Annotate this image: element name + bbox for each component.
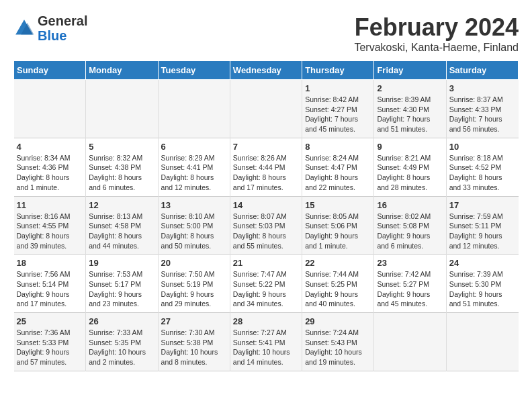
calendar-cell: 28Sunrise: 7:27 AM Sunset: 5:41 PM Dayli…	[230, 313, 302, 371]
week-row-4: 18Sunrise: 7:56 AM Sunset: 5:14 PM Dayli…	[14, 255, 519, 313]
calendar-cell	[230, 80, 302, 138]
day-info: Sunrise: 7:27 AM Sunset: 5:41 PM Dayligh…	[233, 328, 299, 367]
column-header-thursday: Thursday	[302, 61, 374, 80]
calendar-cell: 13Sunrise: 8:10 AM Sunset: 5:00 PM Dayli…	[158, 196, 230, 255]
day-info: Sunrise: 8:39 AM Sunset: 4:30 PM Dayligh…	[377, 95, 443, 134]
day-number: 2	[377, 83, 443, 93]
column-header-tuesday: Tuesday	[158, 61, 230, 80]
calendar-table: SundayMondayTuesdayWednesdayThursdayFrid…	[13, 60, 519, 371]
subtitle: Tervakoski, Kanta-Haeme, Finland	[354, 42, 519, 54]
calendar-cell: 18Sunrise: 7:56 AM Sunset: 5:14 PM Dayli…	[14, 255, 86, 313]
calendar-cell: 15Sunrise: 8:05 AM Sunset: 5:06 PM Dayli…	[302, 196, 374, 255]
calendar-cell: 22Sunrise: 7:44 AM Sunset: 5:25 PM Dayli…	[302, 255, 374, 313]
day-number: 20	[161, 258, 227, 268]
day-info: Sunrise: 8:16 AM Sunset: 4:55 PM Dayligh…	[17, 212, 83, 251]
day-number: 22	[305, 258, 371, 268]
day-number: 28	[233, 316, 299, 326]
day-info: Sunrise: 7:39 AM Sunset: 5:30 PM Dayligh…	[449, 269, 516, 309]
calendar-cell: 10Sunrise: 8:18 AM Sunset: 4:52 PM Dayli…	[446, 138, 518, 196]
day-info: Sunrise: 7:36 AM Sunset: 5:33 PM Dayligh…	[17, 328, 83, 367]
day-info: Sunrise: 8:18 AM Sunset: 4:52 PM Dayligh…	[449, 153, 516, 193]
day-number: 26	[89, 316, 154, 326]
calendar-cell: 25Sunrise: 7:36 AM Sunset: 5:33 PM Dayli…	[14, 313, 86, 371]
day-info: Sunrise: 7:44 AM Sunset: 5:25 PM Dayligh…	[305, 269, 371, 309]
calendar-cell: 24Sunrise: 7:39 AM Sunset: 5:30 PM Dayli…	[446, 255, 518, 313]
day-number: 5	[89, 142, 154, 152]
day-number: 17	[449, 200, 516, 210]
calendar-header-row: SundayMondayTuesdayWednesdayThursdayFrid…	[14, 61, 519, 80]
day-number: 10	[449, 142, 516, 152]
main-title: February 2024	[354, 13, 519, 42]
day-number: 19	[89, 258, 154, 268]
day-info: Sunrise: 7:53 AM Sunset: 5:17 PM Dayligh…	[89, 269, 154, 309]
day-info: Sunrise: 8:05 AM Sunset: 5:06 PM Dayligh…	[305, 212, 371, 251]
calendar-cell: 7Sunrise: 8:26 AM Sunset: 4:44 PM Daylig…	[230, 138, 302, 196]
day-number: 6	[161, 142, 227, 152]
calendar-cell: 26Sunrise: 7:33 AM Sunset: 5:35 PM Dayli…	[86, 313, 158, 371]
calendar-cell: 17Sunrise: 7:59 AM Sunset: 5:11 PM Dayli…	[446, 196, 518, 255]
calendar-cell: 29Sunrise: 7:24 AM Sunset: 5:43 PM Dayli…	[302, 313, 374, 371]
calendar-cell	[446, 313, 518, 371]
calendar-cell: 14Sunrise: 8:07 AM Sunset: 5:03 PM Dayli…	[230, 196, 302, 255]
calendar-cell: 6Sunrise: 8:29 AM Sunset: 4:41 PM Daylig…	[158, 138, 230, 196]
day-number: 3	[449, 83, 516, 93]
day-info: Sunrise: 7:50 AM Sunset: 5:19 PM Dayligh…	[161, 269, 227, 309]
logo-icon	[13, 17, 35, 39]
calendar-cell: 20Sunrise: 7:50 AM Sunset: 5:19 PM Dayli…	[158, 255, 230, 313]
calendar-cell: 11Sunrise: 8:16 AM Sunset: 4:55 PM Dayli…	[14, 196, 86, 255]
calendar-cell: 4Sunrise: 8:34 AM Sunset: 4:36 PM Daylig…	[14, 138, 86, 196]
logo: General Blue	[13, 13, 87, 43]
week-row-3: 11Sunrise: 8:16 AM Sunset: 4:55 PM Dayli…	[14, 196, 519, 255]
day-info: Sunrise: 7:47 AM Sunset: 5:22 PM Dayligh…	[233, 269, 299, 309]
day-info: Sunrise: 8:02 AM Sunset: 5:08 PM Dayligh…	[377, 212, 443, 251]
day-number: 13	[161, 200, 227, 210]
page-header: General Blue February 2024 Tervakoski, K…	[13, 13, 519, 54]
day-number: 9	[377, 142, 443, 152]
calendar-cell	[86, 80, 158, 138]
week-row-2: 4Sunrise: 8:34 AM Sunset: 4:36 PM Daylig…	[14, 138, 519, 196]
day-info: Sunrise: 8:21 AM Sunset: 4:49 PM Dayligh…	[377, 153, 443, 193]
day-info: Sunrise: 8:13 AM Sunset: 4:58 PM Dayligh…	[89, 212, 154, 251]
calendar-cell: 19Sunrise: 7:53 AM Sunset: 5:17 PM Dayli…	[86, 255, 158, 313]
calendar-cell: 23Sunrise: 7:42 AM Sunset: 5:27 PM Dayli…	[374, 255, 446, 313]
day-info: Sunrise: 8:10 AM Sunset: 5:00 PM Dayligh…	[161, 212, 227, 251]
logo-text: General Blue	[38, 13, 87, 43]
day-info: Sunrise: 8:42 AM Sunset: 4:27 PM Dayligh…	[305, 95, 371, 134]
day-info: Sunrise: 7:59 AM Sunset: 5:11 PM Dayligh…	[449, 212, 516, 251]
calendar-cell	[374, 313, 446, 371]
calendar-cell: 5Sunrise: 8:32 AM Sunset: 4:38 PM Daylig…	[86, 138, 158, 196]
day-info: Sunrise: 8:26 AM Sunset: 4:44 PM Dayligh…	[233, 153, 299, 193]
calendar-cell	[158, 80, 230, 138]
week-row-1: 1Sunrise: 8:42 AM Sunset: 4:27 PM Daylig…	[14, 80, 519, 138]
day-info: Sunrise: 8:32 AM Sunset: 4:38 PM Dayligh…	[89, 153, 154, 193]
title-block: February 2024 Tervakoski, Kanta-Haeme, F…	[354, 13, 519, 54]
calendar-cell: 8Sunrise: 8:24 AM Sunset: 4:47 PM Daylig…	[302, 138, 374, 196]
day-number: 27	[161, 316, 227, 326]
day-info: Sunrise: 7:42 AM Sunset: 5:27 PM Dayligh…	[377, 269, 443, 309]
day-number: 25	[17, 316, 83, 326]
calendar-cell: 1Sunrise: 8:42 AM Sunset: 4:27 PM Daylig…	[302, 80, 374, 138]
day-number: 4	[17, 142, 83, 152]
day-number: 21	[233, 258, 299, 268]
column-header-wednesday: Wednesday	[230, 61, 302, 80]
day-number: 16	[377, 200, 443, 210]
calendar-cell: 2Sunrise: 8:39 AM Sunset: 4:30 PM Daylig…	[374, 80, 446, 138]
day-number: 14	[233, 200, 299, 210]
day-number: 12	[89, 200, 154, 210]
day-number: 23	[377, 258, 443, 268]
calendar-cell: 16Sunrise: 8:02 AM Sunset: 5:08 PM Dayli…	[374, 196, 446, 255]
day-info: Sunrise: 7:33 AM Sunset: 5:35 PM Dayligh…	[89, 328, 154, 367]
day-info: Sunrise: 8:24 AM Sunset: 4:47 PM Dayligh…	[305, 153, 371, 193]
calendar-cell: 12Sunrise: 8:13 AM Sunset: 4:58 PM Dayli…	[86, 196, 158, 255]
calendar-cell: 27Sunrise: 7:30 AM Sunset: 5:38 PM Dayli…	[158, 313, 230, 371]
day-number: 15	[305, 200, 371, 210]
day-info: Sunrise: 8:37 AM Sunset: 4:33 PM Dayligh…	[449, 95, 516, 134]
column-header-saturday: Saturday	[446, 61, 518, 80]
day-number: 1	[305, 83, 371, 93]
calendar-cell: 9Sunrise: 8:21 AM Sunset: 4:49 PM Daylig…	[374, 138, 446, 196]
day-number: 11	[17, 200, 83, 210]
column-header-monday: Monday	[86, 61, 158, 80]
calendar-cell: 21Sunrise: 7:47 AM Sunset: 5:22 PM Dayli…	[230, 255, 302, 313]
day-info: Sunrise: 8:34 AM Sunset: 4:36 PM Dayligh…	[17, 153, 83, 193]
day-number: 18	[17, 258, 83, 268]
